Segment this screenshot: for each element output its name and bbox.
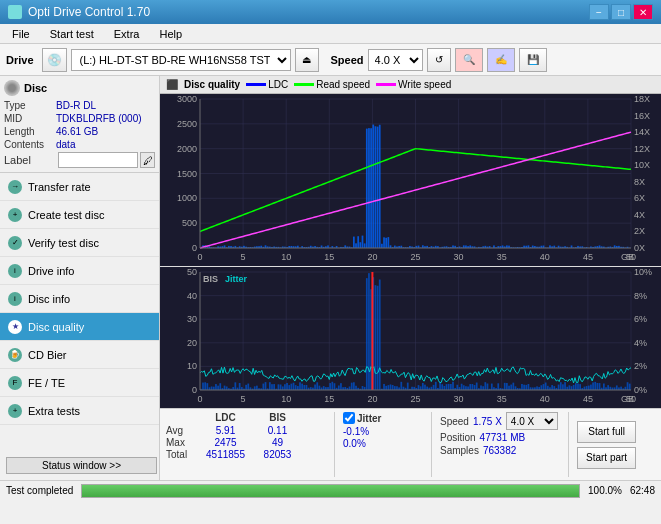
nav-drive-info[interactable]: i Drive info — [0, 257, 159, 285]
bottom-chart-canvas — [160, 267, 661, 408]
disc-quality-icon: ★ — [8, 320, 22, 334]
avg-jitter-row: -0.1% — [343, 426, 423, 437]
title-bar-buttons: − □ ✕ — [589, 4, 653, 20]
jitter-col-header: Jitter — [357, 413, 381, 424]
fe-te-icon: F — [8, 376, 22, 390]
time-display: 62:48 — [630, 485, 655, 496]
max-label: Max — [166, 437, 196, 448]
disc-info-icon: i — [8, 292, 22, 306]
total-ldc: 4511855 — [198, 449, 253, 460]
disc-mid-value: TDKBLDRFB (000) — [56, 113, 142, 124]
position-value: 47731 MB — [480, 432, 526, 443]
transfer-rate-icon: → — [8, 180, 22, 194]
nav-disc-quality[interactable]: ★ Disc quality — [0, 313, 159, 341]
ldc-color — [246, 83, 266, 86]
nav-fe-te[interactable]: F FE / TE — [0, 369, 159, 397]
samples-row: Samples 763382 — [440, 445, 560, 456]
legend-write-speed: Write speed — [376, 79, 451, 90]
avg-ldc: 5.91 — [198, 425, 253, 436]
disc-type-label: Type — [4, 100, 56, 111]
menu-extra[interactable]: Extra — [106, 26, 148, 42]
create-disc-icon: + — [8, 208, 22, 222]
nav-verify-test-disc[interactable]: ✓ Verify test disc — [0, 229, 159, 257]
avg-label: Avg — [166, 425, 196, 436]
start-buttons: Start full Start part — [577, 412, 636, 477]
jitter-header-row: Jitter — [343, 412, 423, 424]
menu-start-test[interactable]: Start test — [42, 26, 102, 42]
content-area: ⬛ Disc quality LDC Read speed Write spee… — [160, 76, 661, 480]
start-part-button[interactable]: Start part — [577, 447, 636, 469]
refresh-button[interactable]: ↺ — [427, 48, 451, 72]
disc-title: Disc — [24, 82, 47, 94]
chart-top — [160, 94, 661, 267]
disc-panel: Disc Type BD-R DL MID TDKBLDRFB (000) Le… — [0, 76, 159, 173]
label-input[interactable] — [58, 152, 138, 168]
speed-row: Speed 1.75 X 4.0 X — [440, 412, 560, 430]
avg-bis: 0.11 — [255, 425, 300, 436]
avg-row: Avg 5.91 0.11 — [166, 425, 326, 436]
disc-length-label: Length — [4, 126, 56, 137]
minimize-button[interactable]: − — [589, 4, 609, 20]
max-ldc: 2475 — [198, 437, 253, 448]
disc-label-row: Label 🖊 — [4, 152, 155, 168]
legend-ldc: LDC — [246, 79, 288, 90]
start-full-button[interactable]: Start full — [577, 421, 636, 443]
divider2 — [431, 412, 432, 477]
write-speed-color — [376, 83, 396, 86]
disc-mid-label: MID — [4, 113, 56, 124]
label-edit-button[interactable]: 🖊 — [140, 152, 155, 168]
total-row: Total 4511855 82053 — [166, 449, 326, 460]
progress-bar — [81, 484, 580, 498]
drive-select[interactable]: (L:) HL-DT-ST BD-RE WH16NS58 TST4 — [71, 49, 291, 71]
cd-bier-icon: 🍺 — [8, 348, 22, 362]
max-jitter-row: 0.0% — [343, 438, 423, 449]
nav-create-test-disc[interactable]: + Create test disc — [0, 201, 159, 229]
divider1 — [334, 412, 335, 477]
max-jitter: 0.0% — [343, 438, 366, 449]
read-speed-color — [294, 83, 314, 86]
progress-fill — [82, 485, 579, 497]
position-label: Position — [440, 432, 476, 443]
chart-bottom — [160, 267, 661, 408]
title-bar: Opti Drive Control 1.70 − □ ✕ — [0, 0, 661, 24]
title-bar-left: Opti Drive Control 1.70 — [8, 5, 150, 19]
avg-jitter: -0.1% — [343, 426, 369, 437]
samples-value: 763382 — [483, 445, 516, 456]
drive-label: Drive — [6, 54, 34, 66]
speed-select[interactable]: 4.0 X — [368, 49, 423, 71]
nav-cd-bier[interactable]: 🍺 CD Bier — [0, 341, 159, 369]
status-text: Test completed — [6, 485, 73, 496]
nav-disc-info[interactable]: i Disc info — [0, 285, 159, 313]
menu-help[interactable]: Help — [151, 26, 190, 42]
disc-length-row: Length 46.61 GB — [4, 126, 155, 137]
disc-label-label: Label — [4, 154, 56, 166]
disc-type-row: Type BD-R DL — [4, 100, 155, 111]
speed-select-stats[interactable]: 4.0 X — [506, 412, 558, 430]
chart-icon: ⬛ — [166, 79, 178, 90]
close-button[interactable]: ✕ — [633, 4, 653, 20]
status-window-button[interactable]: Status window >> — [6, 457, 157, 474]
drive-info-icon: i — [8, 264, 22, 278]
eject-button[interactable]: ⏏ — [295, 48, 319, 72]
nav-extra-tests[interactable]: + Extra tests — [0, 397, 159, 425]
disc-type-value: BD-R DL — [56, 100, 96, 111]
drive-icon-btn[interactable]: 💿 — [42, 48, 67, 72]
toolbar: Drive 💿 (L:) HL-DT-ST BD-RE WH16NS58 TST… — [0, 44, 661, 76]
disc-contents-value: data — [56, 139, 75, 150]
stats-headers: LDC BIS — [166, 412, 326, 423]
nav-transfer-rate[interactable]: → Transfer rate — [0, 173, 159, 201]
scan-button[interactable]: 🔍 — [455, 48, 483, 72]
write-button[interactable]: ✍ — [487, 48, 515, 72]
maximize-button[interactable]: □ — [611, 4, 631, 20]
save-button[interactable]: 💾 — [519, 48, 547, 72]
disc-contents-row: Contents data — [4, 139, 155, 150]
jitter-checkbox[interactable] — [343, 412, 355, 424]
bis-col-header: BIS — [255, 412, 300, 423]
max-bis: 49 — [255, 437, 300, 448]
app-icon — [8, 5, 22, 19]
ldc-bis-stats: LDC BIS Avg 5.91 0.11 Max 2475 49 Total … — [166, 412, 326, 477]
disc-icon — [4, 80, 20, 96]
menu-file[interactable]: File — [4, 26, 38, 42]
stats-bar: LDC BIS Avg 5.91 0.11 Max 2475 49 Total … — [160, 408, 661, 480]
disc-contents-label: Contents — [4, 139, 56, 150]
